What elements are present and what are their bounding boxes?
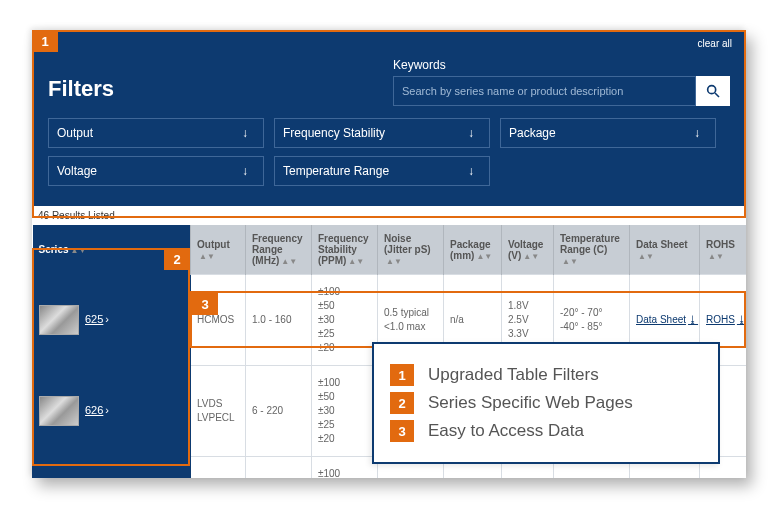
app-canvas: clear all Filters Keywords [32, 30, 746, 478]
dropdown-label: Temperature Range [283, 164, 389, 178]
legend-badge-2: 2 [390, 392, 414, 414]
col-freq-range[interactable]: Frequency Range (MHz)▲▼ [246, 225, 312, 275]
dropdown-label: Frequency Stability [283, 126, 385, 140]
sort-icon: ▲▼ [523, 252, 539, 261]
chevron-right-icon: › [105, 404, 109, 416]
col-package[interactable]: Package (mm)▲▼ [444, 225, 502, 275]
sort-icon: ▲▼ [562, 257, 578, 266]
chevron-right-icon: › [105, 313, 109, 325]
chevron-down-icon: ↓ [461, 123, 481, 143]
sort-icon: ▲▼ [71, 246, 87, 255]
col-output[interactable]: Output▲▼ [191, 225, 246, 275]
datasheet-link[interactable]: Data Sheet⭳ [636, 314, 698, 325]
cell-output: LVDS LVPECL [191, 366, 246, 457]
chevron-down-icon: ↓ [235, 161, 255, 181]
sort-icon: ▲▼ [476, 252, 492, 261]
cell-freq_stab: ±100 ±50 ±30 ±25 ±20 [312, 457, 378, 479]
series-cell: 625› [33, 275, 191, 366]
search-input[interactable] [393, 76, 696, 106]
cell-freq_range: 1.0-160 [246, 457, 312, 479]
callout-badge-2: 2 [164, 248, 190, 270]
dropdown-output[interactable]: Output ↓ [48, 118, 264, 148]
col-datasheet[interactable]: Data Sheet▲▼ [630, 225, 700, 275]
rohs-link[interactable]: ROHS⭳ [706, 314, 746, 325]
cell-freq_stab: ±100 ±50 ±30 ±25 ±20 [312, 275, 378, 366]
legend-box: 1 Upgraded Table Filters 2 Series Specif… [372, 342, 720, 464]
chevron-down-icon: ↓ [235, 123, 255, 143]
chevron-down-icon: ↓ [687, 123, 707, 143]
svg-point-0 [708, 86, 716, 94]
legend-text-3: Easy to Access Data [428, 421, 584, 441]
cell-freq_range: 6 - 220 [246, 366, 312, 457]
dropdown-package[interactable]: Package ↓ [500, 118, 716, 148]
series-link[interactable]: 626 [85, 404, 103, 416]
dropdown-voltage[interactable]: Voltage ↓ [48, 156, 264, 186]
chevron-down-icon: ↓ [461, 161, 481, 181]
dropdown-temperature-range[interactable]: Temperature Range ↓ [274, 156, 490, 186]
sort-icon: ▲▼ [386, 257, 402, 266]
cell-freq_range: 1.0 - 160 [246, 275, 312, 366]
product-thumbnail [39, 305, 79, 335]
keywords-label: Keywords [393, 58, 730, 72]
search-button[interactable] [696, 76, 730, 106]
series-cell: 632› [33, 457, 191, 479]
dropdown-frequency-stability[interactable]: Frequency Stability ↓ [274, 118, 490, 148]
callout-badge-3: 3 [192, 293, 218, 315]
filters-title: Filters [48, 76, 393, 102]
dropdown-label: Package [509, 126, 556, 140]
cell-freq_stab: ±100 ±50 ±30 ±25 ±20 [312, 366, 378, 457]
dropdown-label: Voltage [57, 164, 97, 178]
series-link[interactable]: 625 [85, 313, 103, 325]
callout-badge-1: 1 [32, 30, 58, 52]
legend-text-1: Upgraded Table Filters [428, 365, 599, 385]
sort-icon: ▲▼ [638, 252, 654, 261]
series-cell: 626› [33, 366, 191, 457]
col-voltage[interactable]: Voltage (V)▲▼ [502, 225, 554, 275]
clear-all-link[interactable]: clear all [698, 38, 732, 49]
legend-badge-1: 1 [390, 364, 414, 386]
results-count: 46 Results Listed [32, 206, 746, 225]
download-icon: ⭳ [737, 314, 746, 325]
sort-icon: ▲▼ [348, 257, 364, 266]
col-rohs[interactable]: ROHS▲▼ [700, 225, 747, 275]
cell-output: HCMOS [191, 275, 246, 366]
col-temp-range[interactable]: Temperature Range (C)▲▼ [554, 225, 630, 275]
col-noise[interactable]: Noise (Jitter pS)▲▼ [378, 225, 444, 275]
svg-line-1 [715, 93, 719, 97]
sort-icon: ▲▼ [708, 252, 724, 261]
product-thumbnail [39, 396, 79, 426]
search-icon [705, 83, 721, 99]
legend-badge-3: 3 [390, 420, 414, 442]
col-freq-stability[interactable]: Frequency Stability (PPM)▲▼ [312, 225, 378, 275]
filters-panel: clear all Filters Keywords [32, 30, 746, 206]
dropdown-label: Output [57, 126, 93, 140]
legend-text-2: Series Specific Web Pages [428, 393, 633, 413]
cell-output: HCMOS [191, 457, 246, 479]
download-icon: ⭳ [688, 314, 698, 325]
sort-icon: ▲▼ [199, 252, 215, 261]
sort-icon: ▲▼ [281, 257, 297, 266]
